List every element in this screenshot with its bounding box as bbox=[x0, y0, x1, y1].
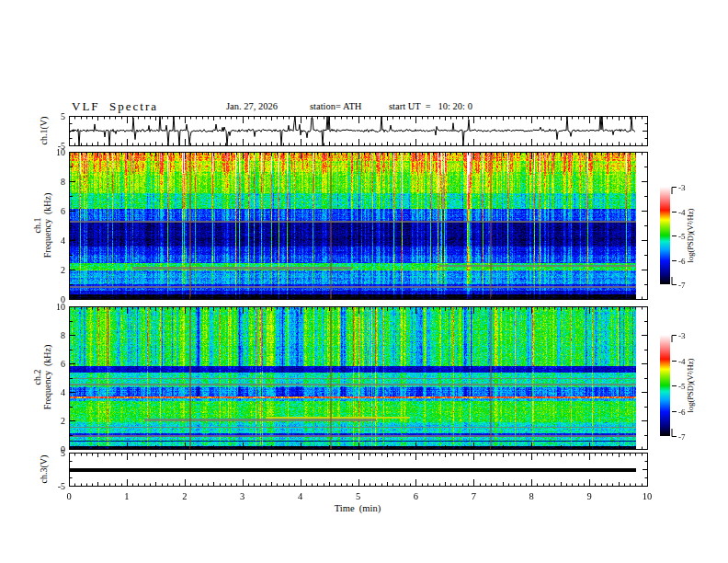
vlf-spectra-figure: VLF Spectra Jan. 27, 2026 station= ATH s… bbox=[0, 0, 728, 563]
y-tick-label: 8 bbox=[61, 177, 65, 187]
x-tick-label: 2 bbox=[182, 491, 187, 501]
plot-start-ut: start UT = 10: 20: 0 bbox=[389, 101, 472, 111]
colorbar-tick-label: -6 bbox=[678, 257, 686, 266]
x-tick-label: 5 bbox=[356, 491, 360, 501]
y-tick-label: 6 bbox=[61, 206, 65, 216]
colorbar-2-label: log(PSD)(V²/Hz) bbox=[686, 359, 695, 413]
y-tick-label: 5 bbox=[61, 448, 65, 458]
y-tick-label: 10 bbox=[56, 147, 65, 157]
ch2-freq-axis-label-line2: Frequency (kHz) bbox=[42, 345, 52, 410]
plot-date: Jan. 27, 2026 bbox=[226, 101, 278, 111]
ch1-waveform-canvas bbox=[69, 116, 647, 145]
colorbar-tick-label: -5 bbox=[678, 382, 686, 391]
ch1-freq-axis-label-line2: Frequency (kHz) bbox=[42, 193, 52, 259]
y-tick-label: 6 bbox=[61, 359, 65, 369]
x-tick-label: 7 bbox=[472, 491, 476, 501]
ch3-volt-axis-label: ch.3(V) bbox=[39, 455, 49, 484]
colorbar-tick-label: -7 bbox=[678, 281, 686, 290]
colorbar-tick-label: -7 bbox=[678, 432, 686, 442]
colorbar-tick-label: -3 bbox=[678, 331, 686, 340]
y-tick-label: -5 bbox=[58, 141, 65, 151]
y-tick-label: 4 bbox=[61, 387, 65, 397]
ch2-freq-axis-label: ch.2Frequency (kHz) bbox=[32, 345, 52, 410]
y-tick-label: 8 bbox=[61, 330, 65, 340]
x-tick-label: 3 bbox=[240, 491, 245, 501]
plot-station: station= ATH bbox=[310, 101, 361, 111]
colorbar-tick-label: -6 bbox=[678, 408, 686, 417]
x-tick-label: 6 bbox=[414, 491, 418, 501]
colorbar-tick-label: -4 bbox=[678, 208, 686, 217]
ch3-flat-trace bbox=[69, 468, 636, 472]
y-tick-label: 0 bbox=[61, 444, 65, 454]
time-axis-label: Time (min) bbox=[335, 503, 381, 513]
colorbar-tick-label: -3 bbox=[678, 183, 686, 192]
x-tick-label: 0 bbox=[66, 491, 71, 501]
y-tick-label: 5 bbox=[61, 111, 65, 121]
y-tick-label: 10 bbox=[56, 302, 65, 312]
colorbar-tick-label: -4 bbox=[678, 357, 686, 366]
y-tick-label: 2 bbox=[61, 265, 65, 275]
y-tick-label: 0 bbox=[61, 294, 65, 304]
ch1-freq-axis-label: ch.1Frequency (kHz) bbox=[32, 193, 52, 259]
x-tick-label: 9 bbox=[586, 491, 591, 501]
ch1-volt-axis-label: ch.1(V) bbox=[39, 117, 49, 145]
ch1-spectrogram-canvas bbox=[69, 152, 647, 299]
colorbar-1-label: log(PSD)(V²/Hz) bbox=[686, 209, 695, 263]
ch2-freq-axis-label-line1: ch.2 bbox=[32, 370, 42, 385]
colorbar-tick-label: -5 bbox=[678, 232, 686, 241]
colorbar-2-gradient bbox=[660, 335, 670, 436]
x-tick-label: 1 bbox=[124, 491, 129, 501]
x-tick-label: 4 bbox=[298, 491, 303, 501]
y-tick-label: 4 bbox=[61, 236, 65, 246]
ch2-spectrogram-canvas bbox=[69, 306, 647, 449]
x-tick-label: 10 bbox=[643, 491, 653, 501]
x-tick-label: 8 bbox=[529, 491, 534, 501]
y-tick-label: -5 bbox=[58, 481, 65, 491]
y-tick-label: 2 bbox=[61, 416, 65, 426]
colorbar-1-gradient bbox=[660, 187, 670, 284]
plot-title: VLF Spectra bbox=[72, 99, 158, 114]
ch1-freq-axis-label-line1: ch.1 bbox=[32, 218, 42, 234]
